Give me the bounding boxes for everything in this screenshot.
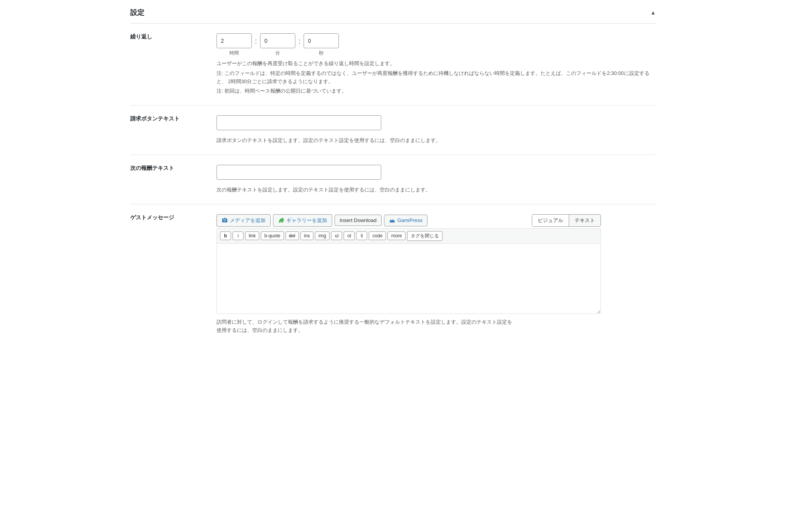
page-header: 設定 ▲ bbox=[130, 8, 656, 24]
claim-button-description: 請求ボタンのテキストを設定します。設定のテキスト設定を使用するには、空白のままに… bbox=[217, 137, 656, 145]
guest-message-textarea[interactable] bbox=[217, 243, 601, 314]
guest-message-row: ゲストメッセージ メディアを追加 bbox=[130, 204, 656, 344]
seconds-input[interactable] bbox=[304, 33, 339, 48]
format-ins[interactable]: ins bbox=[300, 231, 313, 240]
time-inputs: 時間 : 分 : 秒 bbox=[217, 33, 656, 56]
claim-button-field: 請求ボタンのテキストを設定します。設定のテキスト設定を使用するには、空白のままに… bbox=[217, 106, 656, 155]
next-reward-label: 次の報酬テキスト bbox=[130, 155, 217, 204]
guest-message-field: メディアを追加 ギャラリーを追加 Insert Download bbox=[217, 204, 656, 344]
seconds-label: 秒 bbox=[319, 50, 324, 56]
editor-wrapper: メディアを追加 ギャラリーを追加 Insert Download bbox=[217, 214, 601, 315]
claim-button-text-row: 請求ボタンテキスト 請求ボタンのテキストを設定します。設定のテキスト設定を使用す… bbox=[130, 106, 656, 155]
tab-text[interactable]: テキスト bbox=[569, 215, 600, 226]
format-ul[interactable]: ul bbox=[331, 231, 342, 240]
camera-icon bbox=[222, 217, 228, 224]
repeat-field: 時間 : 分 : 秒 ユーザーがこの報 bbox=[217, 24, 656, 106]
tab-visual[interactable]: ビジュアル bbox=[532, 215, 569, 226]
minutes-wrapper: 分 bbox=[260, 33, 295, 56]
claim-button-input[interactable] bbox=[217, 115, 381, 130]
format-italic[interactable]: i bbox=[233, 231, 244, 240]
add-gallery-button[interactable]: ギャラリーを追加 bbox=[273, 214, 332, 227]
format-link[interactable]: link bbox=[245, 231, 259, 240]
format-li[interactable]: li bbox=[356, 231, 367, 240]
editor-view-tabs: ビジュアル テキスト bbox=[532, 214, 601, 227]
seconds-wrapper: 秒 bbox=[304, 33, 339, 56]
format-code[interactable]: code bbox=[369, 231, 386, 240]
format-img[interactable]: img bbox=[315, 231, 329, 240]
next-reward-field: 次の報酬テキストを設定します。設定のテキスト設定を使用するには、空白のままにしま… bbox=[217, 155, 656, 204]
format-bold[interactable]: b bbox=[220, 231, 231, 240]
next-reward-text-row: 次の報酬テキスト 次の報酬テキストを設定します。設定のテキスト設定を使用するには… bbox=[130, 155, 656, 204]
insert-download-button[interactable]: Insert Download bbox=[335, 215, 382, 226]
repeat-description: ユーザーがこの報酬を再度受け取ることができる繰り返し時間を設定します。 注: こ… bbox=[217, 60, 656, 95]
format-ol[interactable]: ol bbox=[344, 231, 355, 240]
crown-icon bbox=[389, 217, 395, 224]
format-close-tag[interactable]: タグを閉じる bbox=[407, 231, 442, 241]
editor-toolbar-top: メディアを追加 ギャラリーを追加 Insert Download bbox=[217, 214, 601, 227]
next-reward-input[interactable] bbox=[217, 165, 381, 180]
format-bquote[interactable]: b-quote bbox=[261, 231, 284, 240]
gamipress-button[interactable]: GamiPress bbox=[384, 215, 428, 226]
guest-message-description: 訪問者に対して、ログインして報酬を請求するように推奨する一般的なデフォルトテキス… bbox=[217, 318, 656, 335]
next-reward-description: 次の報酬テキストを設定します。設定のテキスト設定を使用するには、空白のままにしま… bbox=[217, 186, 656, 194]
format-more[interactable]: more bbox=[388, 231, 405, 240]
hours-label: 時間 bbox=[229, 50, 239, 56]
separator-1: : bbox=[252, 37, 260, 46]
minutes-input[interactable] bbox=[260, 33, 295, 48]
settings-page: 設定 ▲ 繰り返し 時間 : 分 bbox=[118, 0, 668, 352]
format-del[interactable]: del bbox=[286, 231, 299, 240]
editor-buttons-left: メディアを追加 ギャラリーを追加 Insert Download bbox=[217, 214, 428, 227]
form-table: 繰り返し 時間 : 分 : bbox=[130, 24, 656, 344]
repeat-row: 繰り返し 時間 : 分 : bbox=[130, 24, 656, 106]
page-title: 設定 bbox=[130, 8, 144, 17]
hours-wrapper: 時間 bbox=[217, 33, 252, 56]
hours-input[interactable] bbox=[217, 33, 252, 48]
guest-message-label: ゲストメッセージ bbox=[130, 204, 217, 344]
minutes-label: 分 bbox=[275, 50, 280, 56]
separator-2: : bbox=[295, 37, 304, 46]
leaf-icon bbox=[278, 217, 284, 224]
add-media-button[interactable]: メディアを追加 bbox=[217, 214, 271, 227]
collapse-icon[interactable]: ▲ bbox=[650, 9, 656, 16]
claim-button-label: 請求ボタンテキスト bbox=[130, 106, 217, 155]
editor-format-bar: b i link b-quote del ins img ul ol li co… bbox=[217, 228, 601, 243]
repeat-label: 繰り返し bbox=[130, 24, 217, 106]
